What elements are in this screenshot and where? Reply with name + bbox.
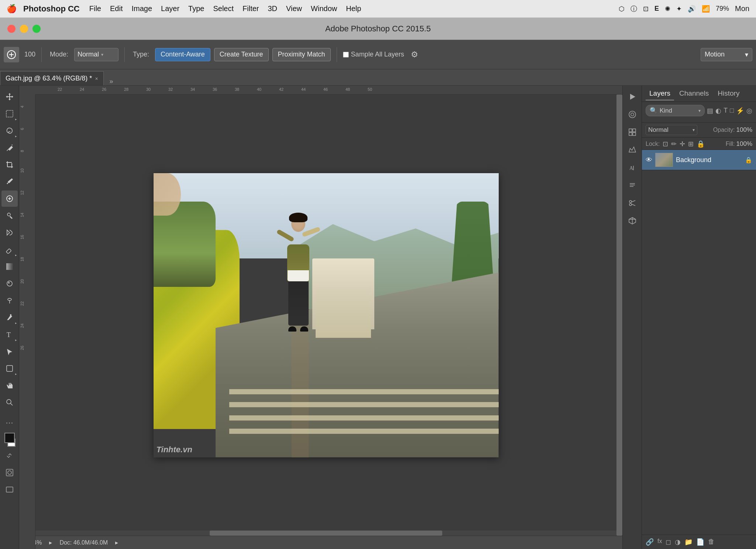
svg-rect-25	[6, 487, 13, 492]
svg-point-14	[7, 281, 12, 286]
view-modes-button[interactable]	[624, 106, 640, 123]
window-close-button[interactable]	[7, 25, 16, 33]
layer-filter-text-icon[interactable]: T	[724, 107, 728, 114]
lock-position-icon[interactable]: ✛	[680, 140, 685, 148]
cube-button[interactable]	[624, 213, 640, 229]
quick-mask-button[interactable]	[1, 464, 18, 481]
opacity-value[interactable]: 100%	[736, 126, 752, 134]
mode-dropdown[interactable]: Normal ▾	[74, 48, 118, 61]
more-tools-button[interactable]: …	[1, 413, 18, 429]
add-effect-icon[interactable]: fx	[657, 538, 662, 546]
fill-value[interactable]: 100%	[736, 140, 752, 148]
layer-visibility-icon[interactable]: 👁	[646, 156, 652, 164]
foreground-color[interactable]	[4, 433, 15, 443]
menu-filter[interactable]: Filter	[243, 4, 259, 13]
delete-layer-icon[interactable]: 🗑	[708, 538, 715, 546]
marquee-tool-button[interactable]: ▸	[1, 106, 18, 122]
clone-stamp-tool-button[interactable]	[1, 207, 18, 224]
paragraph-button[interactable]	[624, 177, 640, 193]
window-minimize-button[interactable]	[20, 25, 28, 33]
sample-all-input[interactable]	[343, 52, 349, 58]
blend-mode-dropdown[interactable]: Normal ▾	[646, 125, 697, 135]
lock-transparency-icon[interactable]: ⊡	[663, 140, 668, 148]
menu-view[interactable]: View	[286, 4, 302, 13]
menu-layer[interactable]: Layer	[161, 4, 179, 13]
right-panel: Layers Channels History 🔍 Kind ▾ ▤ ◐ T □…	[642, 86, 756, 549]
scissors-button[interactable]	[624, 195, 640, 211]
horizontal-scrollbar[interactable]	[35, 531, 616, 536]
menu-3d[interactable]: 3D	[268, 4, 278, 13]
layer-filter-toggle[interactable]: ◎	[746, 107, 752, 115]
eraser-tool-button[interactable]: ▸	[1, 241, 18, 258]
healing-brush-icon[interactable]	[4, 47, 19, 62]
settings-icon[interactable]: ⚙	[408, 48, 421, 61]
play-button[interactable]	[624, 89, 640, 105]
new-group-icon[interactable]: 📁	[684, 538, 693, 546]
hand-tool-button[interactable]	[1, 377, 18, 394]
layer-filter-smart-icon[interactable]: ⚡	[736, 107, 744, 115]
proximity-match-button[interactable]: Proximity Match	[272, 48, 331, 61]
status-expand-arrow[interactable]: ▸	[49, 539, 52, 546]
menu-image[interactable]: Image	[131, 4, 152, 13]
path-selection-tool-button[interactable]	[1, 343, 18, 360]
zoom-tool-button[interactable]	[1, 394, 18, 411]
tab-expand-icon[interactable]: »	[106, 78, 117, 85]
text-format-button[interactable]: A	[624, 159, 640, 176]
dodge-tool-button[interactable]	[1, 292, 18, 309]
e-icon: E	[654, 5, 659, 13]
content-aware-button[interactable]: Content-Aware	[155, 48, 210, 61]
menu-select[interactable]: Select	[213, 4, 234, 13]
lock-pixels-icon[interactable]: ✏	[671, 140, 677, 148]
new-fill-layer-icon[interactable]: ◑	[675, 538, 681, 546]
layer-filter-pixel-icon[interactable]: ▤	[707, 107, 713, 115]
magic-wand-tool-button[interactable]	[1, 140, 18, 156]
link-layers-icon[interactable]: 🔗	[646, 538, 654, 546]
motion-dropdown[interactable]: Motion ▾	[701, 48, 752, 61]
create-texture-button[interactable]: Create Texture	[214, 48, 269, 61]
layer-filter-shape-icon[interactable]: □	[730, 107, 734, 114]
text-tool-button[interactable]: T ▸	[1, 326, 18, 343]
healing-brush-tool-button[interactable]	[1, 191, 18, 207]
window-maximize-button[interactable]	[32, 25, 41, 33]
lock-row: Lock: ⊡ ✏ ✛ ⊞ 🔒 Fill: 100%	[642, 138, 756, 150]
canvas-scroll-area[interactable]: Tinhte.vn	[35, 95, 616, 536]
menu-help[interactable]: Help	[346, 4, 361, 13]
layer-item-background[interactable]: 👁 Background 🔒	[642, 150, 756, 170]
pen-tool-button[interactable]: ▸	[1, 309, 18, 326]
menu-file[interactable]: File	[89, 4, 101, 13]
layer-filter-adjustment-icon[interactable]: ◐	[715, 107, 721, 115]
grid-view-button[interactable]	[624, 124, 640, 140]
shape-tool-button[interactable]: ▸	[1, 360, 18, 377]
adjustments-button[interactable]	[624, 142, 640, 158]
vertical-scrollbar[interactable]	[616, 95, 622, 536]
move-tool-button[interactable]	[1, 89, 18, 105]
status-arrow-right[interactable]: ▸	[115, 539, 118, 546]
lasso-tool-button[interactable]: ▸	[1, 123, 18, 139]
sample-all-layers-checkbox[interactable]: Sample All Layers	[343, 51, 404, 58]
svg-point-24	[8, 471, 11, 474]
lock-artboards-icon[interactable]: ⊞	[688, 140, 694, 148]
switch-colors-button[interactable]	[1, 447, 18, 464]
tab-history[interactable]: History	[714, 87, 743, 100]
photo-canvas[interactable]: Tinhte.vn	[154, 173, 499, 457]
gradient-tool-button[interactable]	[1, 258, 18, 275]
document-tab[interactable]: Gach.jpg @ 63.4% (RGB/8) * ×	[0, 71, 104, 85]
blur-tool-button[interactable]	[1, 275, 18, 292]
menu-window[interactable]: Window	[311, 4, 337, 13]
tab-channels[interactable]: Channels	[676, 87, 712, 100]
color-swatches[interactable]	[4, 433, 16, 447]
menu-type[interactable]: Type	[188, 4, 204, 13]
tab-layers[interactable]: Layers	[646, 87, 674, 100]
eyedropper-tool-button[interactable]	[1, 174, 18, 190]
kind-filter-dropdown[interactable]: Kind	[660, 107, 672, 114]
add-mask-icon[interactable]: ◻	[666, 538, 671, 546]
layer-search-bar[interactable]: 🔍 Kind ▾	[646, 105, 705, 116]
history-brush-tool-button[interactable]	[1, 224, 18, 241]
menu-edit[interactable]: Edit	[110, 4, 123, 13]
apple-logo-icon[interactable]: 🍎	[7, 4, 17, 14]
crop-tool-button[interactable]	[1, 157, 18, 173]
lock-all-icon[interactable]: 🔒	[697, 140, 705, 148]
screen-mode-button[interactable]	[1, 481, 18, 498]
new-layer-icon[interactable]: 📄	[696, 538, 704, 546]
close-tab-button[interactable]: ×	[95, 76, 98, 82]
